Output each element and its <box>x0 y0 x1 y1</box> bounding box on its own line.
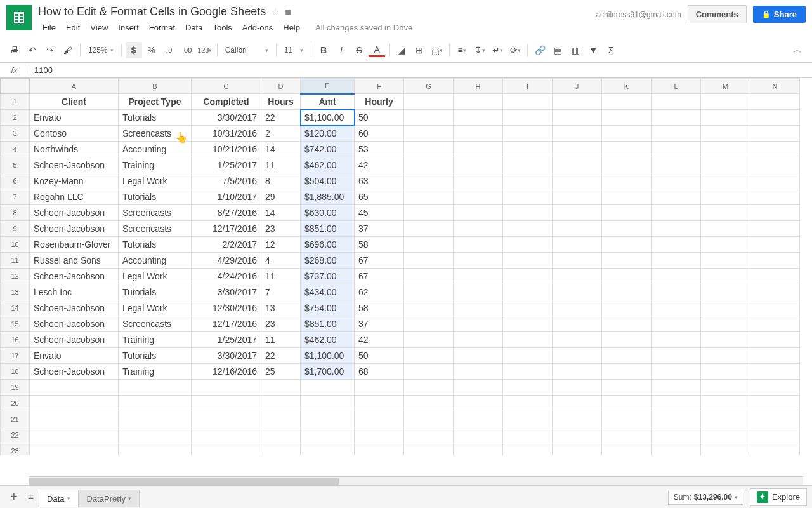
cell-L19[interactable] <box>652 380 701 396</box>
cell-F22[interactable] <box>355 427 404 443</box>
cell-H7[interactable] <box>454 189 503 205</box>
cell-J6[interactable] <box>553 173 602 189</box>
cell-B6[interactable]: Legal Work <box>119 173 192 189</box>
cell-C9[interactable]: 12/17/2016 <box>192 221 261 237</box>
cell-M6[interactable] <box>701 173 750 189</box>
cell-G19[interactable] <box>404 380 454 396</box>
cell-M3[interactable] <box>701 126 750 142</box>
cell-K14[interactable] <box>602 300 652 316</box>
cell-D21[interactable] <box>261 411 301 427</box>
menu-file[interactable]: File <box>38 21 60 34</box>
cell-E12[interactable]: $737.00 <box>301 269 355 284</box>
cell-H12[interactable] <box>454 269 503 284</box>
cell-D8[interactable]: 14 <box>261 205 301 221</box>
cell-L18[interactable] <box>652 364 701 380</box>
cell-J4[interactable] <box>553 142 602 157</box>
cell-E18[interactable]: $1,700.00 <box>301 364 355 380</box>
cell-H15[interactable] <box>454 316 503 332</box>
cell-D13[interactable]: 7 <box>261 284 301 300</box>
col-header-L[interactable]: L <box>652 79 701 94</box>
cell-H1[interactable] <box>454 94 503 110</box>
cell-C19[interactable] <box>192 380 261 396</box>
cell-N22[interactable] <box>750 427 800 443</box>
row-header-18[interactable]: 18 <box>1 364 30 380</box>
cell-G22[interactable] <box>404 427 454 443</box>
cell-D20[interactable] <box>261 396 301 411</box>
row-header-15[interactable]: 15 <box>1 316 30 332</box>
cell-F14[interactable]: 58 <box>355 300 404 316</box>
cell-L7[interactable] <box>652 189 701 205</box>
cell-G5[interactable] <box>404 157 454 173</box>
cell-H13[interactable] <box>454 284 503 300</box>
col-header-C[interactable]: C <box>192 79 261 94</box>
menu-tools[interactable]: Tools <box>208 21 236 34</box>
cell-L8[interactable] <box>652 205 701 221</box>
cell-L12[interactable] <box>652 269 701 284</box>
cell-N12[interactable] <box>750 269 800 284</box>
cell-I20[interactable] <box>503 396 553 411</box>
cell-H6[interactable] <box>454 173 503 189</box>
cell-D10[interactable]: 12 <box>261 237 301 253</box>
col-header-B[interactable]: B <box>119 79 192 94</box>
cell-I18[interactable] <box>503 364 553 380</box>
cell-F20[interactable] <box>355 396 404 411</box>
col-header-J[interactable]: J <box>553 79 602 94</box>
cell-B7[interactable]: Tutorials <box>119 189 192 205</box>
cell-J10[interactable] <box>553 237 602 253</box>
cell-B19[interactable] <box>119 380 192 396</box>
menu-view[interactable]: View <box>86 21 112 34</box>
cell-E15[interactable]: $851.00 <box>301 316 355 332</box>
cell-H14[interactable] <box>454 300 503 316</box>
cell-F17[interactable]: 50 <box>355 348 404 364</box>
horizontal-align-button[interactable]: ≡▾ <box>454 42 470 58</box>
col-header-I[interactable]: I <box>503 79 553 94</box>
cell-D15[interactable]: 23 <box>261 316 301 332</box>
cell-E8[interactable]: $630.00 <box>301 205 355 221</box>
row-header-21[interactable]: 21 <box>1 411 30 427</box>
cell-J8[interactable] <box>553 205 602 221</box>
cell-I8[interactable] <box>503 205 553 221</box>
cell-B18[interactable]: Training <box>119 364 192 380</box>
cell-F13[interactable]: 62 <box>355 284 404 300</box>
cell-I17[interactable] <box>503 348 553 364</box>
cell-J15[interactable] <box>553 316 602 332</box>
cell-A23[interactable] <box>30 443 119 456</box>
cell-F10[interactable]: 58 <box>355 237 404 253</box>
row-header-22[interactable]: 22 <box>1 427 30 443</box>
cell-C2[interactable]: 3/30/2017 <box>192 110 261 126</box>
menu-help[interactable]: Help <box>278 21 304 34</box>
cell-E14[interactable]: $754.00 <box>301 300 355 316</box>
cell-E4[interactable]: $742.00 <box>301 142 355 157</box>
cell-B5[interactable]: Training <box>119 157 192 173</box>
menu-edit[interactable]: Edit <box>62 21 84 34</box>
cell-H23[interactable] <box>454 443 503 456</box>
cell-D23[interactable] <box>261 443 301 456</box>
cell-I16[interactable] <box>503 332 553 348</box>
quicksum-display[interactable]: Sum: $13,296.00 ▾ <box>668 490 743 505</box>
cell-G13[interactable] <box>404 284 454 300</box>
cell-D2[interactable]: 22 <box>261 110 301 126</box>
cell-A2[interactable]: Envato <box>30 110 119 126</box>
cell-K2[interactable] <box>602 110 652 126</box>
cell-K9[interactable] <box>602 221 652 237</box>
cell-F3[interactable]: 60 <box>355 126 404 142</box>
cell-N21[interactable] <box>750 411 800 427</box>
cell-J17[interactable] <box>553 348 602 364</box>
text-color-button[interactable]: A <box>369 43 385 57</box>
cell-J3[interactable] <box>553 126 602 142</box>
cell-K19[interactable] <box>602 380 652 396</box>
cell-N6[interactable] <box>750 173 800 189</box>
cell-M23[interactable] <box>701 443 750 456</box>
cell-J11[interactable] <box>553 253 602 269</box>
menu-data[interactable]: Data <box>181 21 207 34</box>
cell-L11[interactable] <box>652 253 701 269</box>
cell-C6[interactable]: 7/5/2016 <box>192 173 261 189</box>
cell-C22[interactable] <box>192 427 261 443</box>
cell-F19[interactable] <box>355 380 404 396</box>
cell-K6[interactable] <box>602 173 652 189</box>
row-header-11[interactable]: 11 <box>1 253 30 269</box>
cell-F21[interactable] <box>355 411 404 427</box>
row-header-1[interactable]: 1 <box>1 94 30 110</box>
cell-F9[interactable]: 37 <box>355 221 404 237</box>
cell-H4[interactable] <box>454 142 503 157</box>
